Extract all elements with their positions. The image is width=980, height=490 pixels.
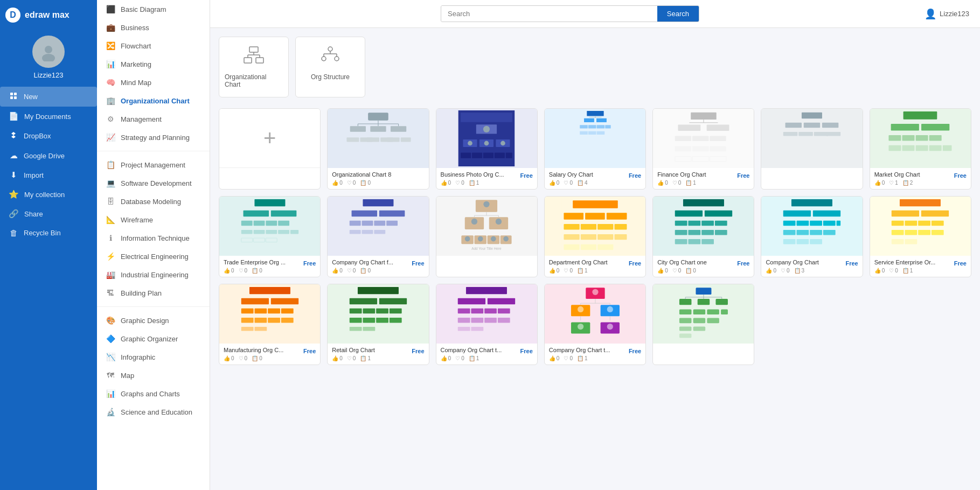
topbar-user: 👤 Lizzie123 <box>925 8 969 20</box>
middle-label-infographic: Infographic <box>121 353 155 361</box>
org8-title: Organizational Chart 8 <box>332 171 424 178</box>
svg-rect-65 <box>691 113 717 120</box>
template-card-photo[interactable]: Add Your Title Here <box>436 196 538 277</box>
middle-divider-2 <box>97 306 210 307</box>
svg-rect-211 <box>281 318 294 323</box>
template-card-business-photo[interactable]: Business Photo Org C... Free 👍0 ♡0 📋1 <box>436 108 538 190</box>
company-org-preview <box>761 197 862 256</box>
svg-rect-182 <box>797 230 809 235</box>
category-card-org-structure[interactable]: Org Structure <box>295 37 365 97</box>
search-button[interactable]: Search <box>657 6 699 22</box>
category-card-org-chart[interactable]: Organizational Chart <box>219 37 289 97</box>
city-info: City Org Chart one Free 👍0 ♡0 📋0 <box>653 256 754 277</box>
company-f-title: Company Org Chart f... <box>332 259 393 265</box>
new-template-info <box>219 168 320 187</box>
svg-rect-200 <box>905 239 918 244</box>
template-card-salary[interactable]: Salary Ory Chart Free 👍0 ♡0 📋4 <box>544 108 646 190</box>
template-card-retail[interactable]: Retail Org Chart Free 👍0 ♡0 📋1 <box>327 284 429 365</box>
middle-label-mind-map: Mind Map <box>121 79 151 87</box>
middle-item-wireframe[interactable]: 📐 Wireframe <box>97 211 210 229</box>
company-t1-badge: Free <box>520 348 533 354</box>
middle-item-flowchart[interactable]: 🔀 Flowchart <box>97 37 210 55</box>
template-card-company-t2[interactable]: Company Org Chart t... Free 👍0 ♡0 📋1 <box>544 284 646 365</box>
svg-rect-23 <box>391 126 406 131</box>
basic-diagram-icon: ⬛ <box>106 5 115 13</box>
template-card-trade[interactable]: Trade Enterprise Org ... Free 👍0 ♡0 📋0 <box>219 196 321 277</box>
svg-rect-153 <box>580 234 596 240</box>
retail-stats: 👍0 ♡0 📋1 <box>332 355 424 361</box>
sidebar-item-recycle-bin[interactable]: 🗑 Recycle Bin <box>0 223 97 242</box>
sidebar-item-google-drive[interactable]: ☁ Google Drive <box>0 146 97 165</box>
middle-item-software-dev[interactable]: 💻 Software Development <box>97 174 210 192</box>
city-preview <box>653 197 754 256</box>
svg-point-0 <box>45 46 52 53</box>
logo-icon: D <box>5 8 20 23</box>
middle-item-strategy[interactable]: 📈 Strategy and Planning <box>97 128 210 146</box>
middle-item-graphs[interactable]: 📊 Graphs and Charts <box>97 384 210 403</box>
middle-label-business: Business <box>121 24 149 32</box>
middle-item-mind-map[interactable]: 🧠 Mind Map <box>97 73 210 92</box>
svg-rect-205 <box>254 309 267 314</box>
template-card-finance[interactable]: Finance Org Chart Free 👍0 ♡0 📋1 <box>652 108 754 190</box>
svg-rect-103 <box>253 221 265 226</box>
sidebar-item-import[interactable]: ⬇ Import <box>0 165 97 185</box>
middle-item-marketing[interactable]: 📊 Marketing <box>97 55 210 73</box>
sidebar-item-dropbox[interactable]: DropBox <box>0 126 97 146</box>
sidebar-item-share[interactable]: 🔗 Share <box>0 204 97 223</box>
svg-rect-261 <box>693 309 705 314</box>
template-card-company-t1[interactable]: Company Org Chart t... Free 👍0 ♡0 📋1 <box>436 284 538 365</box>
sidebar-item-new[interactable]: New <box>0 87 97 107</box>
sidebar-item-my-collection[interactable]: ⭐ My collection <box>0 185 97 204</box>
svg-rect-235 <box>471 318 484 323</box>
svg-rect-85 <box>814 132 829 136</box>
middle-item-database[interactable]: 🗄 Database Modeling <box>97 192 210 211</box>
project-icon: 📋 <box>106 160 115 169</box>
svg-rect-64 <box>596 137 604 141</box>
middle-item-infographic[interactable]: 📉 Infographic <box>97 348 210 366</box>
template-card-manufacturing[interactable]: Manufacturing Org C... Free 👍0 ♡0 📋0 <box>219 284 321 365</box>
middle-item-project-management[interactable]: 📋 Project Management <box>97 156 210 174</box>
template-card-company-org[interactable]: Company Org Chart Free 👍0 ♡0 📋3 <box>761 196 863 277</box>
middle-item-industrial[interactable]: 🏭 Industrial Engineering <box>97 265 210 284</box>
middle-item-basic-diagram[interactable]: ⬛ Basic Diagram <box>97 0 210 18</box>
template-card-new[interactable]: + <box>219 108 321 190</box>
search-input[interactable] <box>441 6 657 22</box>
middle-item-organizational-chart[interactable]: 🏢 Organizational Chart <box>97 92 210 110</box>
svg-point-243 <box>578 306 583 312</box>
template-card-market[interactable]: Market Org Chart Free 👍0 ♡1 📋2 <box>870 108 971 190</box>
middle-item-management[interactable]: ⚙ Management <box>97 110 210 128</box>
market-svg <box>872 110 968 167</box>
middle-item-information[interactable]: ℹ Information Technique <box>97 229 210 247</box>
avatar <box>32 36 65 68</box>
template-card-department[interactable]: Department Org Chart Free 👍0 ♡0 📋1 <box>544 196 646 277</box>
middle-item-graphic-organizer[interactable]: 🔷 Graphic Organizer <box>97 330 210 348</box>
svg-rect-187 <box>810 239 822 244</box>
middle-item-electrical[interactable]: ⚡ Electrical Engineering <box>97 247 210 265</box>
template-card-company-char[interactable] <box>652 284 754 365</box>
svg-rect-155 <box>614 234 627 240</box>
middle-item-graphic-design[interactable]: 🎨 Graphic Design <box>97 311 210 330</box>
mfg-svg <box>222 286 318 342</box>
middle-item-building[interactable]: 🏗 Building Plan <box>97 284 210 302</box>
middle-item-science[interactable]: 🔬 Science and Education <box>97 403 210 421</box>
middle-item-business[interactable]: 💼 Business <box>97 18 210 37</box>
template-card-city[interactable]: City Org Chart one Free 👍0 ♡0 📋0 <box>652 196 754 277</box>
svg-rect-189 <box>892 211 919 216</box>
svg-rect-113 <box>266 238 277 242</box>
middle-item-map[interactable]: 🗺 Map <box>97 366 210 384</box>
mfg-title: Manufacturing Org C... <box>224 347 283 353</box>
dropbox-icon <box>9 131 18 141</box>
svc-hearts: 0 <box>895 268 898 274</box>
svg-rect-90 <box>889 135 901 141</box>
template-card-service[interactable]: Service Enterprise Or... Free 👍0 ♡0 📋1 <box>870 196 971 277</box>
sidebar-item-my-documents[interactable]: 📄 My Documents <box>0 107 97 126</box>
template-card-org8[interactable]: Organizational Chart 8 👍0 ♡0 📋0 <box>327 108 429 190</box>
my-documents-icon: 📄 <box>9 111 19 121</box>
template-card-unknown1[interactable] <box>761 108 863 190</box>
svg-rect-217 <box>350 309 362 314</box>
svg-point-127 <box>471 219 477 225</box>
unknown1-preview <box>761 109 862 168</box>
template-card-company-f[interactable]: Company Org Chart f... Free 👍0 ♡0 📋0 <box>327 196 429 277</box>
svg-rect-184 <box>823 230 836 235</box>
svg-rect-108 <box>266 230 277 234</box>
